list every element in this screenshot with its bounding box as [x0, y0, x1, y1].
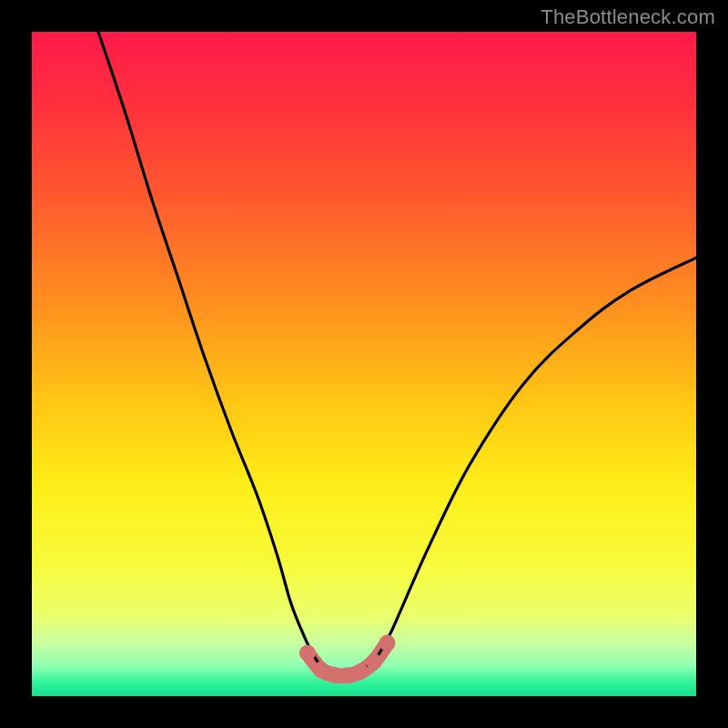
plot-area [32, 32, 696, 696]
chart-frame: TheBottleneck.com [0, 0, 728, 728]
marker-dot [352, 663, 369, 680]
chart-svg [32, 32, 696, 696]
marker-dot [299, 645, 316, 662]
marker-dot [366, 653, 382, 670]
marker-dot [379, 635, 396, 652]
watermark-text: TheBottleneck.com [541, 5, 715, 29]
